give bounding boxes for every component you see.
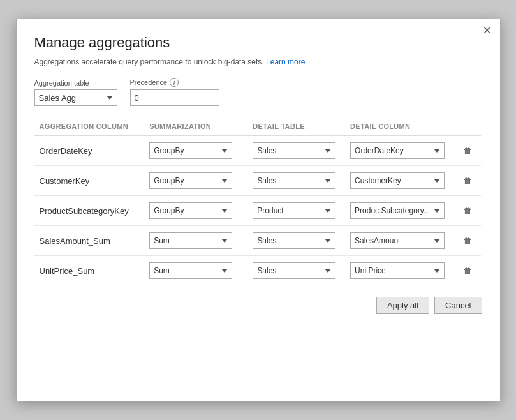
detail-table-cell: SalesProduct xyxy=(247,196,345,226)
summarization-cell: GroupBySumCountMinMaxAverage xyxy=(144,166,247,196)
summarization-cell: GroupBySumCountMinMaxAverage xyxy=(144,256,247,286)
summarization-select[interactable]: GroupBySumCountMinMaxAverage xyxy=(149,232,232,249)
agg-col-name: SalesAmount_Sum xyxy=(40,236,110,246)
agg-col-cell: OrderDateKey xyxy=(34,136,145,166)
detail-table-select[interactable]: SalesProduct xyxy=(253,262,335,279)
summarization-cell: GroupBySumCountMinMaxAverage xyxy=(144,196,247,226)
delete-row-button[interactable]: 🗑 xyxy=(461,234,475,247)
delete-cell: 🗑 xyxy=(455,136,481,166)
agg-col-name: OrderDateKey xyxy=(40,146,92,156)
table-row: CustomerKeyGroupBySumCountMinMaxAverageS… xyxy=(34,166,481,196)
agg-col-cell: ProductSubcategoryKey xyxy=(34,196,145,226)
dialog-footer: Apply all Cancel xyxy=(34,285,482,314)
header-summarization: SUMMARIZATION xyxy=(144,119,247,136)
detail-column-select[interactable]: UnitPrice xyxy=(350,262,445,279)
precedence-input[interactable] xyxy=(130,89,219,106)
summarization-select[interactable]: GroupBySumCountMinMaxAverage xyxy=(149,142,232,159)
precedence-label: Precedence xyxy=(130,79,168,86)
agg-col-name: CustomerKey xyxy=(40,176,90,186)
summarization-cell: GroupBySumCountMinMaxAverage xyxy=(144,136,247,166)
close-button[interactable]: ✕ xyxy=(483,26,491,36)
delete-row-button[interactable]: 🗑 xyxy=(461,174,475,187)
header-detail-table: DETAIL TABLE xyxy=(247,119,345,136)
controls-row: Aggregation table Sales Agg Precedence i xyxy=(34,78,482,106)
summarization-cell: GroupBySumCountMinMaxAverage xyxy=(144,226,247,256)
aggregations-table: AGGREGATION COLUMN SUMMARIZATION DETAIL … xyxy=(34,119,481,285)
detail-table-select[interactable]: SalesProduct xyxy=(253,232,335,249)
summarization-select[interactable]: GroupBySumCountMinMaxAverage xyxy=(149,172,232,189)
learn-more-link[interactable]: Learn more xyxy=(266,57,305,66)
header-action xyxy=(455,119,481,136)
detail-table-select[interactable]: SalesProduct xyxy=(253,142,335,159)
info-icon: i xyxy=(170,78,179,87)
table-outer: AGGREGATION COLUMN SUMMARIZATION DETAIL … xyxy=(34,119,482,285)
detail-table-cell: SalesProduct xyxy=(247,226,345,256)
delete-row-button[interactable]: 🗑 xyxy=(461,204,475,217)
table-scroll[interactable]: AGGREGATION COLUMN SUMMARIZATION DETAIL … xyxy=(34,119,482,285)
detail-column-select[interactable]: OrderDateKey xyxy=(350,142,445,159)
agg-table-group: Aggregation table Sales Agg xyxy=(34,79,117,106)
table-row: UnitPrice_SumGroupBySumCountMinMaxAverag… xyxy=(34,256,481,286)
detail-column-cell: CustomerKey xyxy=(345,166,455,196)
delete-cell: 🗑 xyxy=(455,256,481,286)
apply-all-button[interactable]: Apply all xyxy=(376,297,429,314)
delete-row-button[interactable]: 🗑 xyxy=(461,264,475,277)
detail-column-select[interactable]: CustomerKey xyxy=(350,172,445,189)
detail-table-select[interactable]: SalesProduct xyxy=(253,172,335,189)
detail-table-cell: SalesProduct xyxy=(247,166,345,196)
agg-table-label: Aggregation table xyxy=(34,79,117,87)
detail-column-cell: OrderDateKey xyxy=(345,136,455,166)
agg-col-name: UnitPrice_Sum xyxy=(40,266,95,276)
summarization-select[interactable]: GroupBySumCountMinMaxAverage xyxy=(149,202,232,219)
cancel-button[interactable]: Cancel xyxy=(434,297,482,314)
detail-table-cell: SalesProduct xyxy=(247,256,345,286)
detail-table-cell: SalesProduct xyxy=(247,136,345,166)
table-row: SalesAmount_SumGroupBySumCountMinMaxAver… xyxy=(34,226,481,256)
subtitle-text: Aggregations accelerate query performanc… xyxy=(34,57,264,66)
dialog-subtitle: Aggregations accelerate query performanc… xyxy=(34,57,482,66)
agg-col-cell: UnitPrice_Sum xyxy=(34,256,145,286)
summarization-select[interactable]: GroupBySumCountMinMaxAverage xyxy=(149,262,232,279)
delete-row-button[interactable]: 🗑 xyxy=(461,144,475,157)
agg-table-select[interactable]: Sales Agg xyxy=(34,89,117,106)
agg-col-cell: SalesAmount_Sum xyxy=(34,226,145,256)
detail-column-select[interactable]: ProductSubcategory... xyxy=(350,202,445,219)
header-detail-col: DETAIL COLUMN xyxy=(345,119,455,136)
delete-cell: 🗑 xyxy=(455,196,481,226)
detail-column-cell: ProductSubcategory... xyxy=(345,196,455,226)
detail-table-select[interactable]: SalesProduct xyxy=(253,202,335,219)
agg-col-cell: CustomerKey xyxy=(34,166,145,196)
dialog-title: Manage aggregations xyxy=(34,34,482,51)
detail-column-select[interactable]: SalesAmount xyxy=(350,232,445,249)
table-row: ProductSubcategoryKeyGroupBySumCountMinM… xyxy=(34,196,481,226)
manage-aggregations-dialog: ✕ Manage aggregations Aggregations accel… xyxy=(16,19,501,401)
detail-column-cell: UnitPrice xyxy=(345,256,455,286)
delete-cell: 🗑 xyxy=(455,166,481,196)
header-agg-col: AGGREGATION COLUMN xyxy=(34,119,145,136)
agg-col-name: ProductSubcategoryKey xyxy=(40,206,129,216)
precedence-group: Precedence i xyxy=(130,78,219,106)
delete-cell: 🗑 xyxy=(455,226,481,256)
table-row: OrderDateKeyGroupBySumCountMinMaxAverage… xyxy=(34,136,481,166)
detail-column-cell: SalesAmount xyxy=(345,226,455,256)
